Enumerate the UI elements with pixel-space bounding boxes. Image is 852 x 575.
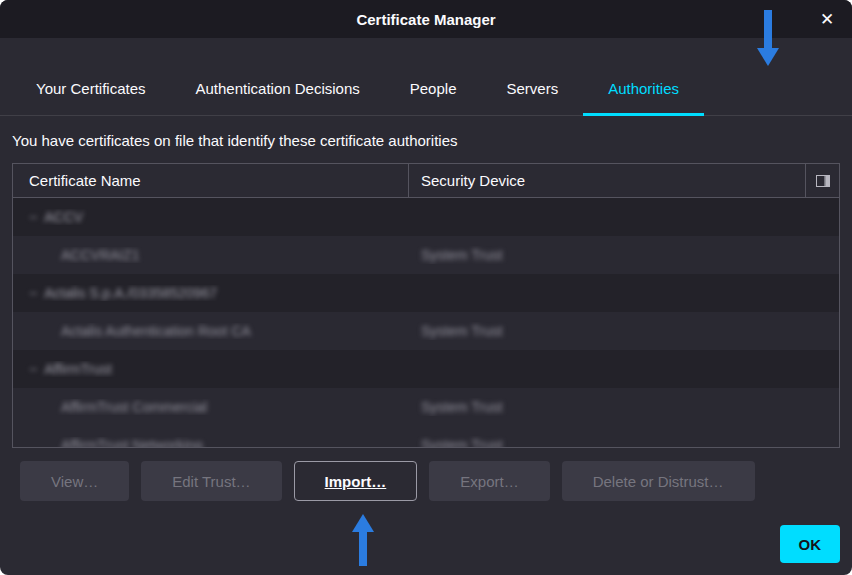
table-row[interactable]: AffirmTrust Commercial System Trust: [13, 388, 839, 426]
tab-label: People: [410, 80, 457, 97]
certificate-name: AffirmTrust Commercial: [61, 399, 207, 415]
collapse-icon: −: [29, 209, 37, 225]
security-device: System Trust: [421, 437, 503, 447]
security-device: System Trust: [421, 399, 503, 415]
certificate-name: ACCV: [44, 209, 83, 225]
tab-label: Your Certificates: [36, 80, 146, 97]
tab-label: Servers: [506, 80, 558, 97]
certificates-table: Certificate Name Security Device − ACCV: [12, 163, 840, 448]
table-row[interactable]: − AffirmTrust: [13, 350, 839, 388]
certificate-name: ACCVRAIZ1: [61, 247, 140, 263]
column-header-certificate-name[interactable]: Certificate Name: [13, 164, 409, 197]
collapse-icon: −: [29, 361, 37, 377]
certificate-name: AffirmTrust Networking: [61, 437, 203, 447]
tab-label: Authentication Decisions: [196, 80, 360, 97]
export-button[interactable]: Export…: [429, 461, 549, 501]
tab-servers[interactable]: Servers: [481, 64, 583, 116]
security-device: System Trust: [421, 247, 503, 263]
table-row[interactable]: Actalis Authentication Root CA System Tr…: [13, 312, 839, 350]
collapse-icon: −: [29, 285, 37, 301]
table-row[interactable]: AffirmTrust Networking System Trust: [13, 426, 839, 447]
tab-bar: Your Certificates Authentication Decisio…: [0, 64, 852, 116]
description-text: You have certificates on file that ident…: [12, 132, 840, 149]
tab-authorities[interactable]: Authorities: [583, 64, 704, 116]
close-icon[interactable]: ✕: [816, 8, 838, 30]
edit-trust-button[interactable]: Edit Trust…: [141, 461, 281, 501]
view-button[interactable]: View…: [20, 461, 129, 501]
column-picker-button[interactable]: [805, 164, 839, 197]
tab-people[interactable]: People: [385, 64, 482, 116]
import-button[interactable]: Import…: [294, 461, 418, 501]
action-button-row: View… Edit Trust… Import… Export… Delete…: [20, 461, 852, 501]
table-row[interactable]: − Actalis S.p.A./03358520967: [13, 274, 839, 312]
table-header: Certificate Name Security Device: [13, 164, 839, 198]
certificate-name: Actalis S.p.A./03358520967: [44, 285, 217, 301]
tab-your-certificates[interactable]: Your Certificates: [11, 64, 171, 116]
column-header-security-device[interactable]: Security Device: [409, 164, 805, 197]
certificate-manager-dialog: Certificate Manager ✕ Your Certificates …: [0, 0, 852, 575]
security-device: System Trust: [421, 323, 503, 339]
delete-or-distrust-button[interactable]: Delete or Distrust…: [562, 461, 755, 501]
column-picker-icon: [816, 175, 830, 187]
certificate-name: AffirmTrust: [44, 361, 112, 377]
tab-authentication-decisions[interactable]: Authentication Decisions: [171, 64, 385, 116]
table-row[interactable]: − ACCV: [13, 198, 839, 236]
dialog-title: Certificate Manager: [356, 11, 495, 28]
tab-label: Authorities: [608, 80, 679, 97]
certificate-name: Actalis Authentication Root CA: [61, 323, 251, 339]
table-row[interactable]: ACCVRAIZ1 System Trust: [13, 236, 839, 274]
table-body: − ACCV ACCVRAIZ1 System Trust − Actalis …: [13, 198, 839, 447]
annotation-arrow-up-import: [350, 514, 376, 568]
ok-button[interactable]: OK: [780, 525, 841, 563]
titlebar: Certificate Manager ✕: [0, 0, 852, 38]
